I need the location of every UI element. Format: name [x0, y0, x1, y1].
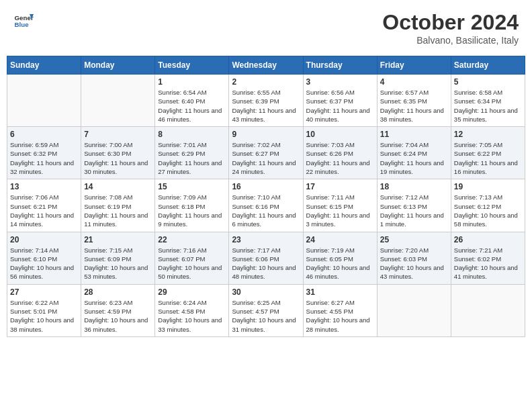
- day-number: 1: [158, 77, 226, 87]
- day-number: 17: [306, 182, 374, 191]
- day-info: Sunrise: 6:23 AM Sunset: 4:59 PM Dayligh…: [84, 298, 152, 334]
- calendar-week-3: 13Sunrise: 7:06 AM Sunset: 6:21 PM Dayli…: [7, 179, 525, 232]
- calendar-cell: 10Sunrise: 7:03 AM Sunset: 6:26 PM Dayli…: [303, 127, 377, 179]
- day-number: 29: [158, 287, 226, 297]
- weekday-thursday: Thursday: [303, 56, 377, 75]
- day-number: 13: [10, 182, 78, 191]
- day-info: Sunrise: 7:20 AM Sunset: 6:03 PM Dayligh…: [380, 246, 448, 281]
- calendar-cell: [81, 75, 155, 127]
- calendar-week-1: 1Sunrise: 6:54 AM Sunset: 6:40 PM Daylig…: [7, 75, 525, 127]
- day-number: 27: [10, 287, 78, 297]
- day-number: 19: [454, 182, 522, 191]
- day-info: Sunrise: 7:16 AM Sunset: 6:07 PM Dayligh…: [158, 246, 226, 281]
- day-info: Sunrise: 7:12 AM Sunset: 6:13 PM Dayligh…: [380, 193, 448, 228]
- day-number: 21: [84, 235, 152, 244]
- calendar-week-4: 20Sunrise: 7:14 AM Sunset: 6:10 PM Dayli…: [7, 232, 525, 284]
- day-number: 23: [232, 235, 300, 244]
- calendar-cell: 13Sunrise: 7:06 AM Sunset: 6:21 PM Dayli…: [7, 179, 81, 232]
- day-info: Sunrise: 7:02 AM Sunset: 6:27 PM Dayligh…: [232, 140, 300, 176]
- day-number: 5: [454, 77, 522, 87]
- calendar-cell: [377, 284, 451, 336]
- calendar-cell: 27Sunrise: 6:22 AM Sunset: 5:01 PM Dayli…: [7, 284, 81, 336]
- weekday-tuesday: Tuesday: [155, 56, 229, 75]
- day-number: 16: [232, 182, 300, 191]
- calendar-cell: 25Sunrise: 7:20 AM Sunset: 6:03 PM Dayli…: [377, 232, 451, 284]
- calendar-cell: 21Sunrise: 7:15 AM Sunset: 6:09 PM Dayli…: [81, 232, 155, 284]
- weekday-sunday: Sunday: [7, 56, 81, 75]
- day-number: 3: [306, 77, 374, 87]
- weekday-monday: Monday: [81, 56, 155, 75]
- calendar-cell: 22Sunrise: 7:16 AM Sunset: 6:07 PM Dayli…: [155, 232, 229, 284]
- calendar-cell: 1Sunrise: 6:54 AM Sunset: 6:40 PM Daylig…: [155, 75, 229, 127]
- day-info: Sunrise: 6:54 AM Sunset: 6:40 PM Dayligh…: [158, 88, 226, 124]
- calendar-cell: 7Sunrise: 7:00 AM Sunset: 6:30 PM Daylig…: [81, 127, 155, 179]
- day-info: Sunrise: 7:08 AM Sunset: 6:19 PM Dayligh…: [84, 193, 152, 228]
- month-title: October 2024: [382, 10, 519, 35]
- calendar-cell: 18Sunrise: 7:12 AM Sunset: 6:13 PM Dayli…: [377, 179, 451, 232]
- day-number: 18: [380, 182, 448, 191]
- day-number: 6: [10, 130, 78, 139]
- calendar-cell: 31Sunrise: 6:27 AM Sunset: 4:55 PM Dayli…: [303, 284, 377, 336]
- calendar-cell: 19Sunrise: 7:13 AM Sunset: 6:12 PM Dayli…: [451, 179, 525, 232]
- day-number: 12: [454, 130, 522, 139]
- day-info: Sunrise: 6:58 AM Sunset: 6:34 PM Dayligh…: [454, 88, 522, 124]
- day-number: 20: [10, 235, 78, 244]
- svg-text:Blue: Blue: [15, 21, 30, 28]
- day-info: Sunrise: 6:59 AM Sunset: 6:32 PM Dayligh…: [10, 140, 78, 176]
- day-info: Sunrise: 6:24 AM Sunset: 4:58 PM Dayligh…: [158, 298, 226, 334]
- calendar-cell: 9Sunrise: 7:02 AM Sunset: 6:27 PM Daylig…: [229, 127, 303, 179]
- calendar-cell: 16Sunrise: 7:10 AM Sunset: 6:16 PM Dayli…: [229, 179, 303, 232]
- day-info: Sunrise: 7:01 AM Sunset: 6:29 PM Dayligh…: [158, 140, 226, 176]
- day-info: Sunrise: 6:57 AM Sunset: 6:35 PM Dayligh…: [380, 88, 448, 124]
- day-info: Sunrise: 6:25 AM Sunset: 4:57 PM Dayligh…: [232, 298, 300, 334]
- day-number: 8: [158, 130, 226, 139]
- calendar-cell: [7, 75, 81, 127]
- calendar-cell: 30Sunrise: 6:25 AM Sunset: 4:57 PM Dayli…: [229, 284, 303, 336]
- calendar-cell: 26Sunrise: 7:21 AM Sunset: 6:02 PM Dayli…: [451, 232, 525, 284]
- calendar-cell: 17Sunrise: 7:11 AM Sunset: 6:15 PM Dayli…: [303, 179, 377, 232]
- weekday-wednesday: Wednesday: [229, 56, 303, 75]
- day-info: Sunrise: 7:00 AM Sunset: 6:30 PM Dayligh…: [84, 140, 152, 176]
- day-number: 7: [84, 130, 152, 139]
- day-info: Sunrise: 6:27 AM Sunset: 4:55 PM Dayligh…: [306, 298, 374, 334]
- day-number: 24: [306, 235, 374, 244]
- day-number: 2: [232, 77, 300, 87]
- location: Balvano, Basilicate, Italy: [382, 35, 519, 46]
- day-number: 10: [306, 130, 374, 139]
- weekday-header-row: SundayMondayTuesdayWednesdayThursdayFrid…: [7, 56, 525, 75]
- day-info: Sunrise: 6:55 AM Sunset: 6:39 PM Dayligh…: [232, 88, 300, 124]
- day-number: 9: [232, 130, 300, 139]
- day-info: Sunrise: 7:09 AM Sunset: 6:18 PM Dayligh…: [158, 193, 226, 228]
- calendar-week-5: 27Sunrise: 6:22 AM Sunset: 5:01 PM Dayli…: [7, 284, 525, 336]
- weekday-saturday: Saturday: [451, 56, 525, 75]
- day-number: 30: [232, 287, 300, 297]
- day-number: 11: [380, 130, 448, 139]
- logo: General Blue: [13, 10, 34, 30]
- day-info: Sunrise: 7:10 AM Sunset: 6:16 PM Dayligh…: [232, 193, 300, 228]
- day-number: 22: [158, 235, 226, 244]
- calendar-cell: 14Sunrise: 7:08 AM Sunset: 6:19 PM Dayli…: [81, 179, 155, 232]
- weekday-friday: Friday: [377, 56, 451, 75]
- day-number: 4: [380, 77, 448, 87]
- calendar-cell: 4Sunrise: 6:57 AM Sunset: 6:35 PM Daylig…: [377, 75, 451, 127]
- day-number: 26: [454, 235, 522, 244]
- day-info: Sunrise: 7:06 AM Sunset: 6:21 PM Dayligh…: [10, 193, 78, 228]
- day-number: 14: [84, 182, 152, 191]
- page-header: General Blue October 2024 Balvano, Basil…: [7, 7, 525, 49]
- calendar-cell: 6Sunrise: 6:59 AM Sunset: 6:32 PM Daylig…: [7, 127, 81, 179]
- calendar-cell: 11Sunrise: 7:04 AM Sunset: 6:24 PM Dayli…: [377, 127, 451, 179]
- logo-icon: General Blue: [13, 10, 34, 30]
- day-info: Sunrise: 7:03 AM Sunset: 6:26 PM Dayligh…: [306, 140, 374, 176]
- day-info: Sunrise: 7:05 AM Sunset: 6:22 PM Dayligh…: [454, 140, 522, 176]
- day-info: Sunrise: 6:56 AM Sunset: 6:37 PM Dayligh…: [306, 88, 374, 124]
- day-info: Sunrise: 7:11 AM Sunset: 6:15 PM Dayligh…: [306, 193, 374, 228]
- day-info: Sunrise: 7:15 AM Sunset: 6:09 PM Dayligh…: [84, 246, 152, 281]
- day-number: 28: [84, 287, 152, 297]
- day-info: Sunrise: 7:04 AM Sunset: 6:24 PM Dayligh…: [380, 140, 448, 176]
- calendar-cell: 29Sunrise: 6:24 AM Sunset: 4:58 PM Dayli…: [155, 284, 229, 336]
- calendar-cell: 5Sunrise: 6:58 AM Sunset: 6:34 PM Daylig…: [451, 75, 525, 127]
- calendar-cell: 15Sunrise: 7:09 AM Sunset: 6:18 PM Dayli…: [155, 179, 229, 232]
- calendar-cell: 12Sunrise: 7:05 AM Sunset: 6:22 PM Dayli…: [451, 127, 525, 179]
- day-number: 25: [380, 235, 448, 244]
- calendar-cell: 8Sunrise: 7:01 AM Sunset: 6:29 PM Daylig…: [155, 127, 229, 179]
